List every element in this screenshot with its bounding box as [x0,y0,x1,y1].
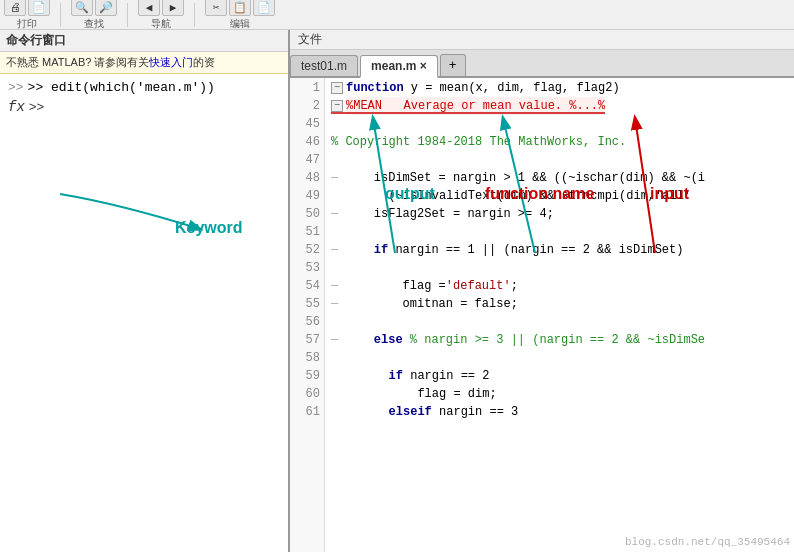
code-54b: ; [511,277,518,295]
left-panel-title: 命令行窗口 [0,30,288,52]
code-56 [331,313,338,331]
code-line-51 [331,223,794,241]
code-line-52: — if nargin == 1 || (nargin == 2 && isDi… [331,241,794,259]
cut-btn[interactable]: ✂ [205,0,227,16]
fx-prompt: fx >> [8,99,280,115]
code-47 [331,151,338,169]
kw-else-57: else [374,331,403,349]
code-line-55: — omitnan = false; [331,295,794,313]
code-52b: nargin == 1 || (nargin == 2 && isDimSet) [388,241,683,259]
code-line-2: − %MEAN Average or mean value. %...% [331,97,794,115]
code-line-60: flag = dim; [331,385,794,403]
code-line-50: — isFlag2Set = nargin >= 4; [331,205,794,223]
tab-mean[interactable]: mean.m × [360,55,438,78]
toolbar: 🖨 📄 打印 🔍 🔎 查找 ◀ ▶ 导航 ✂ 📋 📄 编辑 [0,0,794,30]
ln-47: 47 [290,151,320,169]
print-btn[interactable]: 🖨 [4,0,26,16]
dash-55: — [331,295,341,313]
code-61a [331,403,389,421]
code-line-46: % Copyright 1984-2018 The MathWorks, Inc… [331,133,794,151]
kw-if-52: if [374,241,388,259]
code-line-1: − function y = mean(x, dim, flag, flag2) [331,79,794,97]
toolbar-group-edit: ✂ 📋 📄 编辑 [205,0,275,31]
code-1-rest: y = mean(x, dim, flag, flag2) [404,79,620,97]
line-numbers: 1 2 45 46 47 48 49 50 51 52 53 54 55 56 … [290,78,325,552]
fx-text: fx [8,99,25,115]
notification-link[interactable]: 快速入门 [149,56,193,68]
fold-2[interactable]: − [331,100,343,112]
ln-48: 48 [290,169,320,187]
ln-45: 45 [290,115,320,133]
code-50: isFlag2Set = nargin >= 4; [345,205,554,223]
toolbar-group-print: 🖨 📄 打印 [4,0,50,31]
ln-52: 52 [290,241,320,259]
ln-51: 51 [290,223,320,241]
toolbar-group-nav: ◀ ▶ 导航 [138,0,184,31]
paste-btn[interactable]: 📄 [253,0,275,16]
ln-61: 61 [290,403,320,421]
dash-52: — [331,241,341,259]
notification-text: 不熟悉 MATLAB? 请参阅有关 [6,56,149,68]
file-menu-item[interactable]: 文件 [298,31,322,48]
code-52a [345,241,374,259]
code-55: omitnan = false; [345,295,518,313]
code-line-48: — isDimSet = nargin > 1 && ((~ischar(dim… [331,169,794,187]
fold-1[interactable]: − [331,82,343,94]
tabs: test01.m mean.m × + [290,50,794,78]
code-54a: flag = [345,277,446,295]
code-line-54: — flag = 'default' ; [331,277,794,295]
code-line-49: (~isInvalidText(dim) && strncmpi(dim,'al… [331,187,794,205]
code-59b: nargin == 2 [403,367,489,385]
ln-49: 49 [290,187,320,205]
code-line-45 [331,115,794,133]
nav-back-btn[interactable]: ◀ [138,0,160,16]
code-46: % Copyright 1984-2018 The MathWorks, Inc… [331,133,626,151]
print2-btn[interactable]: 📄 [28,0,50,16]
sep1 [60,3,61,27]
code-58 [331,349,338,367]
tab-test01[interactable]: test01.m [290,55,358,76]
dash-54: — [331,277,341,295]
code-line-61: elseif nargin == 3 [331,403,794,421]
copy-btn[interactable]: 📋 [229,0,251,16]
left-annotation-svg [0,74,290,354]
code-60: flag = dim; [331,385,497,403]
code-line-53 [331,259,794,277]
notification-suffix: 的资 [193,56,215,68]
toolbar-nav-label: 导航 [151,17,171,31]
ln-1: 1 [290,79,320,97]
ln-50: 50 [290,205,320,223]
dash-48: — [331,169,341,187]
code-48: isDimSet = nargin > 1 && ((~ischar(dim) … [345,169,705,187]
ln-55: 55 [290,295,320,313]
right-panel: 文件 test01.m mean.m × + 1 2 45 46 47 48 4… [290,30,794,552]
nav-fwd-btn[interactable]: ▶ [162,0,184,16]
code-53 [331,259,338,277]
fx-arrows: >> [29,100,45,115]
ln-56: 56 [290,313,320,331]
code-lines: − function y = mean(x, dim, flag, flag2)… [325,78,794,552]
ln-54: 54 [290,277,320,295]
code-57a [345,331,374,349]
ln-2: 2 [290,97,320,115]
notification-bar: 不熟悉 MATLAB? 请参阅有关快速入门的资 [0,52,288,74]
cmd-prompt-1: >> [8,80,24,95]
cmd-line-1: >> >> edit(which('mean.m')) [8,80,280,95]
keyword-label: Keyword [175,219,243,237]
toolbar-print-label: 打印 [17,17,37,31]
file-menu: 文件 [290,30,794,50]
ln-53: 53 [290,259,320,277]
cmd-text-1: >> edit(which('mean.m')) [28,80,215,95]
toolbar-edit-label: 编辑 [230,17,250,31]
code-57b: % nargin >= 3 || (nargin == 2 && ~isDimS… [403,331,705,349]
find2-btn[interactable]: 🔎 [95,0,117,16]
code-line-47 [331,151,794,169]
tab-add[interactable]: + [440,54,466,76]
code-line-59: if nargin == 2 [331,367,794,385]
code-line-57: — else % nargin >= 3 || (nargin == 2 && … [331,331,794,349]
comment-line2: %MEAN Average or mean value. %...% [346,97,605,115]
find-btn[interactable]: 🔍 [71,0,93,16]
ln-60: 60 [290,385,320,403]
code-51 [331,223,338,241]
code-45 [331,115,338,133]
